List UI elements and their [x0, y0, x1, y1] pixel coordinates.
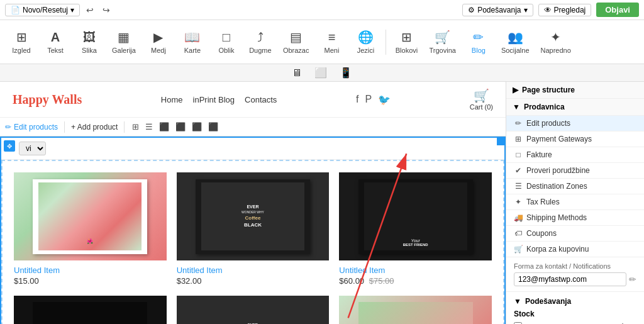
tablet-icon[interactable]: ⬜	[314, 67, 327, 79]
image-icon: 🖼	[83, 30, 96, 45]
tool-jezici[interactable]: 🌐 Jezici	[349, 27, 382, 57]
corner-handle[interactable]	[497, 138, 504, 145]
pencil-icon: ✏	[5, 123, 11, 131]
toolbar-divider	[386, 30, 386, 55]
product-item-5[interactable]: EVER Coffee	[172, 291, 335, 324]
tool-slika[interactable]: 🖼 Slika	[73, 28, 106, 57]
form-icon: ▤	[290, 30, 302, 45]
novo-label: Novo/Resetuj	[23, 6, 68, 14]
tool-obrazac[interactable]: ▤ Obrazac	[278, 27, 314, 57]
product-name-3: Untitled Item	[339, 265, 492, 275]
tool-karte[interactable]: 📖 Karte	[176, 27, 209, 57]
twitter-icon[interactable]: 🐦	[378, 94, 391, 106]
product-item-3[interactable]: Your BEST FRIEND Untitled Item $60.00 $7…	[334, 167, 497, 291]
tool-socijalne[interactable]: 👥 Socijalne	[496, 27, 535, 57]
panel-fakture[interactable]: □ Fakture	[506, 147, 644, 162]
panel-korpa[interactable]: 🛒 Korpa za kupovinu	[506, 241, 644, 257]
tool-galerija[interactable]: ▦ Galerija	[107, 27, 141, 57]
publish-button[interactable]: Objavi	[596, 3, 639, 17]
edit-toolbar: ✏ Edit products + Add product ⊞ ☰ ⬛ ⬛ ⬛ …	[0, 118, 506, 137]
forma-email-input[interactable]	[514, 272, 626, 286]
tax-icon: ✦	[514, 198, 523, 206]
redo-button[interactable]: ↪	[100, 4, 113, 16]
nav-contacts[interactable]: Contacts	[245, 95, 277, 104]
novo-resetuj-button[interactable]: 📄 Novo/Resetuj ▾	[5, 4, 80, 16]
prodavnica-header[interactable]: ▼ Prodavnica	[506, 99, 644, 115]
justify-button[interactable]: ⬛	[207, 121, 219, 133]
forma-section: Forma za kontakt / Notifications ✏	[506, 257, 644, 292]
site-nav: Home inPrint Blog Contacts	[161, 95, 277, 104]
settings-button[interactable]: ⚙ Podešavanja ▾	[462, 4, 533, 16]
site-header: Happy Walls Home inPrint Blog Contacts f…	[0, 82, 506, 118]
tool-napredno[interactable]: ✦ Napredno	[536, 27, 576, 57]
undo-button[interactable]: ↩	[84, 4, 96, 16]
blog-icon: ✏	[473, 30, 484, 45]
top-bar-right: ⚙ Podešavanja ▾ 👁 Pregledaj Objavi	[462, 3, 639, 17]
settings-chevron-icon: ▼	[514, 297, 521, 306]
nav-home[interactable]: Home	[161, 95, 183, 104]
pinterest-icon[interactable]: P	[365, 94, 372, 106]
product-item-4[interactable]	[9, 291, 172, 324]
facebook-icon[interactable]: f	[356, 94, 358, 106]
prodavnica-arrow-icon: ▼	[513, 103, 520, 111]
product-image-2: EVER WONDER WHY Coffee BLACK	[177, 172, 330, 260]
tool-tekst[interactable]: A Tekst	[39, 28, 72, 57]
product-frame-2: EVER WONDER WHY Coffee BLACK	[196, 179, 310, 254]
desktop-icon[interactable]: 🖥	[292, 67, 302, 79]
coupon-icon: 🏷	[514, 229, 523, 238]
top-bar-left: 📄 Novo/Resetuj ▾ ↩ ↪	[5, 4, 113, 16]
product-image-1: 🌺	[14, 172, 167, 260]
panel-payment-label: Payment Gateways	[526, 135, 592, 143]
panel-edit-products[interactable]: ✏ Edit products	[506, 115, 644, 131]
panel-payment-gateways[interactable]: ⊞ Payment Gateways	[506, 131, 644, 147]
align-center-button[interactable]: ⬛	[174, 121, 187, 133]
panel-proveri[interactable]: ✔ Proveri porudžbine	[506, 162, 644, 178]
tool-trgovina[interactable]: 🛒 Trgovina	[424, 27, 460, 57]
product-artwork-2: EVER WONDER WHY Coffee BLACK	[201, 182, 304, 250]
tool-oblik[interactable]: □ Oblik	[210, 28, 243, 57]
product-price-3: $60.00 $75.00	[339, 276, 492, 286]
panel-tax-rules[interactable]: ✦ Tax Rules	[506, 194, 644, 209]
social-icon: 👥	[508, 30, 523, 45]
grid-view-button[interactable]: ⊞	[131, 121, 140, 133]
add-product-button[interactable]: + Add product	[71, 123, 118, 131]
tool-medj[interactable]: ▶ Medj	[142, 27, 175, 57]
settings-header[interactable]: ▼ Podešavanja	[514, 297, 636, 306]
panel-coupons-label: Coupons	[526, 229, 557, 238]
drag-handle[interactable]: ✥	[4, 140, 15, 152]
tool-blokovi[interactable]: ⊞ Blokovi	[390, 27, 423, 57]
preview-button[interactable]: 👁 Pregledaj	[538, 4, 592, 16]
nav-inprint[interactable]: inPrint Blog	[193, 95, 235, 104]
panel-destination-zones[interactable]: ☰ Destination Zones	[506, 178, 644, 194]
forma-edit-button[interactable]: ✏	[629, 274, 636, 284]
edit-products-button[interactable]: ✏ Edit products	[5, 123, 58, 131]
top-bar: 📄 Novo/Resetuj ▾ ↩ ↪ ⚙ Podešavanja ▾ 👁 P…	[0, 0, 644, 20]
product-item-2[interactable]: EVER WONDER WHY Coffee BLACK Untitled It…	[172, 167, 335, 291]
shape-icon: □	[223, 30, 230, 45]
panel-coupons[interactable]: 🏷 Coupons	[506, 225, 644, 241]
mobile-icon[interactable]: 📱	[340, 67, 352, 79]
toolbar-separator	[64, 121, 65, 133]
shipping-icon: 🚚	[514, 213, 523, 222]
tool-blog[interactable]: ✏ Blog	[462, 27, 495, 57]
settings-content: ▼ Podešavanja Stock Use stock info to co…	[506, 292, 644, 324]
tool-dugme[interactable]: ⤴ Dugme	[244, 28, 277, 57]
panel-edit-products-label: Edit products	[526, 119, 570, 128]
product-item-1[interactable]: 🌺 Untitled Item $15.00	[9, 167, 172, 291]
add-product-label: + Add product	[71, 123, 118, 131]
tool-meni[interactable]: ≡ Meni	[315, 28, 348, 57]
panel-shipping-methods[interactable]: 🚚 Shipping Methods	[506, 209, 644, 225]
align-left-button[interactable]: ⬛	[158, 121, 170, 133]
product-artwork-1: 🌺	[38, 182, 142, 250]
page-structure-header[interactable]: ▶ Page structure	[506, 82, 644, 98]
list-view-button[interactable]: ☰	[144, 121, 154, 133]
cart-area[interactable]: 🛒 Cart (0)	[470, 88, 493, 111]
settings-chevron-icon: ▾	[524, 6, 528, 14]
gallery-icon: ▦	[118, 30, 130, 45]
align-right-button[interactable]: ⬛	[191, 121, 203, 133]
product-item-6[interactable]	[334, 291, 497, 324]
podesavanja-section: ▼ Podešavanja Stock Use stock info to co…	[506, 292, 644, 324]
button-icon: ⤴	[257, 30, 264, 45]
product-filter-select[interactable]: vi	[19, 142, 46, 155]
tool-izgled[interactable]: ⊞ Izgled	[5, 27, 38, 57]
